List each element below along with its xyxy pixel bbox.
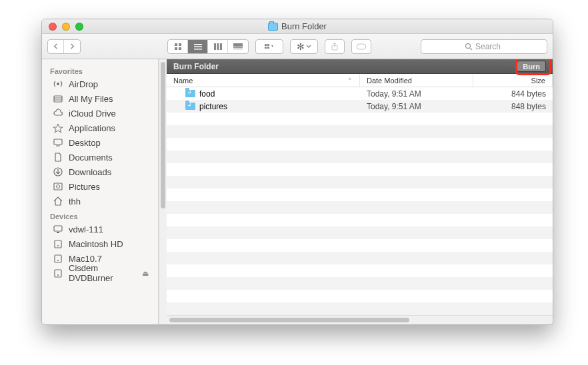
table-row bbox=[167, 163, 553, 176]
list-view-button[interactable] bbox=[188, 40, 208, 53]
column-date[interactable]: Date Modified bbox=[360, 74, 473, 87]
sidebar-item-downloads[interactable]: Downloads bbox=[42, 165, 158, 179]
sidebar-item-label: vdwl-111 bbox=[69, 224, 103, 234]
apps-icon bbox=[53, 123, 63, 133]
burn-folder-icon bbox=[268, 23, 278, 31]
svg-rect-30 bbox=[54, 226, 62, 231]
nav-buttons bbox=[47, 39, 81, 54]
coverflow-view-button[interactable] bbox=[228, 40, 248, 53]
finder-window: Burn Folder bbox=[41, 19, 553, 325]
window-title: Burn Folder bbox=[42, 21, 553, 31]
table-row bbox=[167, 239, 553, 252]
search-field[interactable]: Search bbox=[421, 39, 547, 54]
column-size[interactable]: Size bbox=[473, 74, 553, 87]
sidebar-item-documents[interactable]: Documents bbox=[42, 150, 158, 165]
close-window-button[interactable] bbox=[49, 23, 57, 31]
svg-rect-3 bbox=[179, 47, 181, 50]
docs-icon bbox=[53, 152, 63, 163]
machine-icon bbox=[53, 224, 63, 234]
table-row[interactable]: picturesToday, 9:51 AM848 bytes bbox=[167, 100, 553, 113]
sidebar-item-label: Documents bbox=[69, 153, 113, 163]
file-list[interactable]: foodToday, 9:51 AM844 bytespicturesToday… bbox=[167, 87, 553, 315]
table-row bbox=[167, 201, 553, 214]
table-row bbox=[167, 252, 553, 264]
svg-rect-13 bbox=[265, 44, 267, 46]
table-row[interactable]: foodToday, 9:51 AM844 bytes bbox=[167, 87, 553, 100]
svg-point-37 bbox=[57, 274, 59, 276]
downloads-icon bbox=[53, 167, 63, 177]
sidebar-scroll-thumb[interactable] bbox=[161, 62, 165, 208]
sidebar-item-cisdem-dvdburner[interactable]: Cisdem DVDBurner⏏ bbox=[42, 266, 158, 280]
icon-view-button[interactable] bbox=[168, 40, 188, 53]
search-icon bbox=[465, 43, 473, 51]
table-row bbox=[167, 264, 553, 277]
sidebar[interactable]: FavoritesAirDropAll My FilesiCloud Drive… bbox=[42, 59, 159, 324]
minimize-window-button[interactable] bbox=[62, 23, 70, 31]
sidebar-item-applications[interactable]: Applications bbox=[42, 121, 158, 135]
forward-button[interactable] bbox=[64, 40, 80, 53]
sidebar-item-all-my-files[interactable]: All My Files bbox=[42, 91, 158, 106]
action-dropdown[interactable]: ✻ bbox=[290, 39, 318, 54]
svg-rect-7 bbox=[214, 43, 216, 50]
arrange-dropdown[interactable] bbox=[255, 39, 283, 54]
svg-rect-0 bbox=[175, 43, 177, 46]
file-size: 844 bytes bbox=[473, 89, 553, 99]
hscroll-thumb[interactable] bbox=[169, 318, 409, 322]
svg-rect-5 bbox=[194, 46, 202, 47]
table-row bbox=[167, 151, 553, 163]
svg-rect-2 bbox=[175, 47, 177, 50]
table-row bbox=[167, 125, 553, 138]
disk-icon bbox=[53, 238, 63, 249]
file-name: food bbox=[199, 89, 215, 99]
zoom-window-button[interactable] bbox=[75, 23, 83, 31]
folder-alias-icon bbox=[185, 90, 195, 97]
column-headers: Name ⌃ Date Modified Size bbox=[167, 74, 553, 87]
column-name[interactable]: Name ⌃ bbox=[167, 74, 360, 87]
view-mode-segment bbox=[167, 39, 249, 54]
sidebar-scrollbar[interactable] bbox=[159, 59, 167, 324]
table-row bbox=[167, 302, 553, 315]
gear-icon: ✻ bbox=[297, 41, 305, 52]
svg-rect-12 bbox=[233, 49, 243, 49]
burn-button[interactable]: Burn bbox=[517, 61, 546, 72]
sidebar-item-macintosh-hd[interactable]: Macintosh HD bbox=[42, 236, 158, 251]
sidebar-item-icloud-drive[interactable]: iCloud Drive bbox=[42, 106, 158, 121]
sidebar-item-label: AirDrop bbox=[69, 79, 98, 89]
sidebar-item-airdrop[interactable]: AirDrop bbox=[42, 77, 158, 91]
svg-rect-6 bbox=[194, 49, 202, 50]
sidebar-item-label: Desktop bbox=[69, 138, 101, 148]
sidebar-item-pictures[interactable]: Pictures bbox=[42, 179, 158, 194]
sidebar-heading: Devices bbox=[42, 208, 158, 222]
file-date: Today, 9:51 AM bbox=[360, 102, 473, 111]
table-row bbox=[167, 226, 553, 239]
column-view-button[interactable] bbox=[208, 40, 228, 53]
window-controls bbox=[42, 23, 83, 31]
sidebar-item-vdwl-111[interactable]: vdwl-111 bbox=[42, 222, 158, 236]
svg-rect-11 bbox=[233, 47, 243, 48]
svg-rect-18 bbox=[357, 44, 366, 49]
horizontal-scrollbar[interactable] bbox=[167, 315, 553, 324]
folder-alias-icon bbox=[185, 103, 195, 110]
table-row bbox=[167, 176, 553, 188]
airdrop-icon bbox=[53, 79, 63, 89]
search-placeholder: Search bbox=[475, 42, 501, 51]
back-button[interactable] bbox=[48, 40, 64, 53]
burn-folder-bar: Burn Folder Burn bbox=[167, 59, 553, 74]
sidebar-item-label: Cisdem DVDBurner bbox=[69, 263, 137, 283]
svg-rect-8 bbox=[217, 43, 219, 50]
location-label: Burn Folder bbox=[173, 62, 219, 71]
toolbar: ✻ Search bbox=[42, 34, 553, 59]
sidebar-item-label: Applications bbox=[69, 123, 115, 133]
sidebar-heading: Favorites bbox=[42, 63, 158, 77]
pictures-icon bbox=[53, 181, 63, 192]
eject-icon[interactable]: ⏏ bbox=[142, 269, 153, 278]
svg-point-29 bbox=[57, 185, 60, 188]
sidebar-item-thh[interactable]: thh bbox=[42, 194, 158, 208]
tags-button[interactable] bbox=[351, 39, 371, 54]
disk-icon bbox=[53, 268, 63, 278]
svg-point-35 bbox=[57, 260, 59, 261]
file-date: Today, 9:51 AM bbox=[360, 89, 473, 99]
window-body: FavoritesAirDropAll My FilesiCloud Drive… bbox=[42, 59, 553, 324]
share-button[interactable] bbox=[325, 39, 345, 54]
sidebar-item-desktop[interactable]: Desktop bbox=[42, 135, 158, 150]
